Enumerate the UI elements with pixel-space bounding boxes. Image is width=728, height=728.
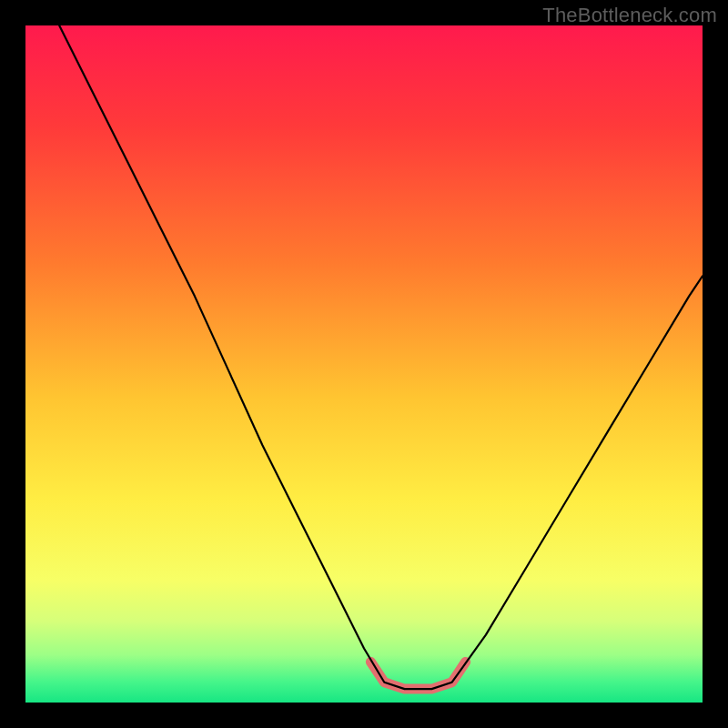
- chart-frame: TheBottleneck.com: [0, 0, 728, 728]
- bottleneck-chart: [25, 25, 703, 703]
- plot-area: [25, 25, 703, 703]
- gradient-background: [25, 25, 703, 703]
- watermark-text: TheBottleneck.com: [542, 4, 717, 27]
